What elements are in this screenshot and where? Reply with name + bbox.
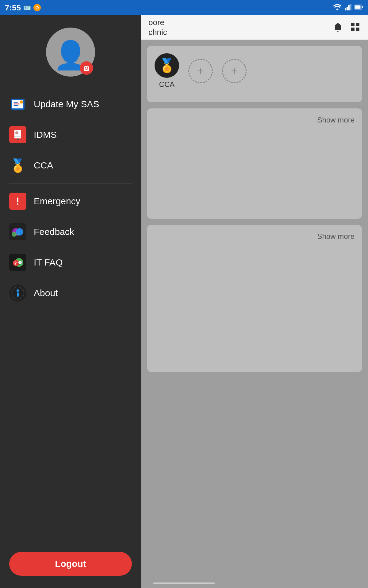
idms-label: IDMS (34, 130, 57, 140)
menu-item-cca[interactable]: 🏅 CCA (0, 150, 141, 181)
svg-rect-19 (14, 136, 21, 137)
title-line1: oore (148, 18, 167, 27)
show-more-text-2[interactable]: Show more (317, 232, 355, 241)
svg-rect-9 (351, 28, 355, 31)
menu-list: Update My SAS IDMS 🏅 CCA (0, 86, 141, 546)
main-content: oore chnic 🏅 (141, 15, 368, 588)
svg-rect-15 (13, 105, 18, 106)
feedback-icon (9, 223, 26, 240)
status-bar-left: 7:55 🪪 ⊙ (5, 3, 41, 13)
menu-item-emergency[interactable]: Emergency (0, 186, 141, 217)
logout-section: Logout (0, 546, 141, 588)
svg-rect-7 (351, 23, 355, 26)
svg-rect-5 (355, 6, 361, 9)
status-bar: 7:55 🪪 ⊙ (0, 0, 368, 15)
cca-menu-label: CCA (34, 160, 53, 171)
menu-item-update-my-sas[interactable]: Update My SAS (0, 89, 141, 119)
drawer: 👤 Update My SAS (0, 15, 141, 588)
svg-rect-3 (350, 4, 351, 10)
logout-button[interactable]: Logout (9, 552, 132, 576)
menu-item-it-faq[interactable]: ? 💬 IT FAQ (0, 247, 141, 278)
menu-item-feedback[interactable]: Feedback (0, 217, 141, 247)
battery-icon (355, 5, 363, 11)
emergency-label: Emergency (34, 196, 80, 206)
menu-item-idms[interactable]: IDMS (0, 119, 141, 150)
svg-text:💬: 💬 (18, 260, 22, 265)
menu-item-about[interactable]: About (0, 278, 141, 308)
home-indicator (153, 582, 215, 584)
svg-rect-16 (20, 100, 23, 104)
it-faq-label: IT FAQ (34, 257, 63, 268)
notification-icon[interactable] (332, 21, 343, 34)
svg-rect-2 (348, 5, 350, 10)
idms-icon (9, 126, 26, 143)
svg-rect-23 (17, 198, 18, 202)
status-bar-right (333, 4, 363, 12)
svg-point-33 (17, 289, 19, 292)
signal-icon (345, 4, 351, 12)
title-line2: chnic (148, 28, 167, 37)
svg-point-20 (17, 138, 19, 140)
svg-rect-13 (13, 102, 18, 103)
emergency-icon (9, 193, 26, 210)
svg-rect-6 (362, 6, 363, 8)
about-label: About (34, 288, 58, 298)
camera-badge-icon[interactable] (80, 61, 93, 75)
svg-text:?: ? (14, 261, 17, 266)
wifi-icon (333, 4, 342, 12)
svg-rect-0 (345, 8, 346, 10)
cca-medal-icon: 🏅 (155, 53, 179, 78)
cca-icon: 🏅 (9, 157, 26, 174)
cards-area: 🏅 CCA + + Show more Show more (141, 40, 368, 378)
add-cca-button-1[interactable]: + (188, 59, 213, 83)
show-more-text-1[interactable]: Show more (317, 116, 355, 124)
it-faq-icon: ? 💬 (9, 254, 26, 271)
update-my-sas-label: Update My SAS (34, 99, 99, 109)
cca-item[interactable]: 🏅 CCA (155, 53, 179, 89)
show-more-card-1: Show more (147, 108, 362, 219)
svg-rect-21 (15, 131, 18, 134)
circle-badge-icon: ⊙ (33, 4, 41, 11)
svg-rect-14 (13, 104, 20, 104)
cca-label: CCA (159, 80, 175, 89)
svg-rect-1 (347, 7, 348, 10)
feedback-label: Feedback (34, 227, 74, 237)
menu-divider (9, 183, 132, 183)
grid-icon[interactable] (350, 21, 361, 34)
svg-rect-34 (17, 292, 19, 297)
add-cca-button-2[interactable]: + (222, 59, 247, 83)
cca-card-top: 🏅 CCA + + (155, 53, 355, 95)
avatar-wrapper[interactable]: 👤 (46, 28, 95, 77)
school-title: oore chnic (148, 18, 167, 37)
time-display: 7:55 (5, 3, 21, 13)
main-topbar: oore chnic (141, 15, 368, 40)
avatar-section: 👤 (0, 15, 141, 86)
show-more-card-2: Show more (147, 225, 362, 372)
svg-rect-10 (356, 28, 359, 31)
cca-card: 🏅 CCA + + (147, 46, 362, 102)
about-icon (9, 285, 26, 302)
update-my-sas-icon (9, 96, 26, 113)
sim-card-icon: 🪪 (23, 4, 31, 11)
topbar-icons (332, 21, 361, 34)
svg-rect-24 (17, 203, 18, 205)
svg-rect-8 (356, 23, 359, 26)
